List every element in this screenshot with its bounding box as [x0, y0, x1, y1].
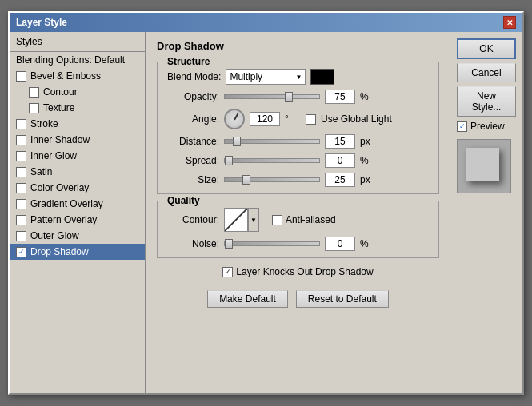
blend-mode-row: Blend Mode: Multiply ▼	[167, 69, 429, 85]
size-slider[interactable]	[224, 177, 320, 182]
gradient-overlay-label: Gradient Overlay	[30, 198, 103, 209]
spread-thumb[interactable]	[225, 156, 233, 165]
preview-thumbnail	[457, 139, 511, 193]
sidebar-item-satin[interactable]: Satin	[10, 164, 145, 180]
blend-mode-value: Multiply	[230, 71, 262, 82]
global-light-label: Use Global Light	[321, 113, 392, 125]
contour-label: Contour:	[167, 214, 219, 225]
angle-unit: °	[285, 113, 301, 125]
size-label: Size:	[167, 174, 219, 185]
sidebar-item-pattern-overlay[interactable]: Pattern Overlay	[10, 212, 145, 228]
size-thumb[interactable]	[242, 175, 250, 185]
quality-title: Quality	[164, 195, 203, 206]
noise-label: Noise:	[167, 238, 219, 249]
outer-glow-checkbox[interactable]	[16, 231, 26, 241]
color-overlay-label: Color Overlay	[30, 182, 89, 193]
preview-label: Preview	[470, 121, 505, 132]
ok-button[interactable]: OK	[457, 38, 516, 59]
drop-shadow-label: Drop Shadow	[30, 246, 89, 257]
noise-row: Noise: %	[167, 237, 429, 251]
size-input[interactable]	[325, 173, 355, 187]
opacity-slider[interactable]	[224, 94, 320, 99]
sidebar-item-color-overlay[interactable]: Color Overlay	[10, 180, 145, 196]
distance-slider[interactable]	[224, 139, 320, 144]
inner-glow-label: Inner Glow	[30, 150, 77, 161]
satin-checkbox[interactable]	[16, 167, 26, 177]
spread-slider[interactable]	[224, 158, 320, 163]
angle-label: Angle:	[167, 113, 219, 125]
sidebar-item-drop-shadow[interactable]: Drop Shadow	[10, 244, 145, 260]
global-light-checkbox[interactable]	[306, 114, 316, 125]
dialog-body: Styles Blending Options: Default Bevel &…	[10, 32, 522, 393]
pattern-overlay-checkbox[interactable]	[16, 215, 26, 225]
sidebar-item-stroke[interactable]: Stroke	[10, 116, 145, 132]
bevel-emboss-label: Bevel & Emboss	[30, 70, 101, 82]
blending-options-label: Blending Options: Default	[16, 54, 125, 66]
dialog-title: Layer Style	[16, 17, 67, 28]
outer-glow-label: Outer Glow	[30, 230, 79, 241]
make-default-button[interactable]: Make Default	[207, 290, 288, 308]
angle-dial[interactable]	[224, 109, 245, 129]
contour-preview[interactable]	[224, 208, 248, 232]
spread-input[interactable]	[325, 153, 355, 168]
stroke-checkbox[interactable]	[16, 119, 26, 129]
shadow-color-swatch[interactable]	[310, 69, 334, 85]
sidebar-item-outer-glow[interactable]: Outer Glow	[10, 228, 145, 244]
styles-header: Styles	[10, 32, 145, 52]
reset-default-button[interactable]: Reset to Default	[296, 290, 389, 308]
anti-alias-row: Anti-aliased	[272, 214, 336, 225]
preview-inner-box	[466, 148, 499, 181]
structure-title: Structure	[164, 56, 213, 67]
contour-checkbox[interactable]	[29, 87, 39, 98]
layer-knocks-checkbox[interactable]	[222, 267, 233, 277]
noise-thumb[interactable]	[225, 239, 233, 249]
color-overlay-checkbox[interactable]	[16, 183, 26, 193]
preview-row: Preview	[457, 121, 516, 132]
inner-glow-checkbox[interactable]	[16, 151, 26, 161]
noise-input[interactable]	[325, 237, 355, 251]
opacity-input[interactable]	[325, 90, 355, 104]
sidebar-item-bevel-emboss[interactable]: Bevel & Emboss	[10, 68, 145, 84]
sidebar-item-contour[interactable]: Contour	[10, 84, 145, 100]
blend-mode-select[interactable]: Multiply ▼	[226, 69, 306, 85]
left-panel: Styles Blending Options: Default Bevel &…	[10, 32, 146, 393]
close-button[interactable]: ✕	[503, 16, 516, 29]
sidebar-item-gradient-overlay[interactable]: Gradient Overlay	[10, 196, 145, 212]
opacity-unit: %	[360, 91, 376, 102]
bottom-buttons: Make Default Reset to Default	[157, 284, 439, 311]
opacity-label: Opacity:	[167, 91, 219, 102]
new-style-button[interactable]: New Style...	[457, 86, 516, 117]
texture-checkbox[interactable]	[29, 103, 39, 113]
opacity-thumb[interactable]	[285, 92, 293, 102]
texture-label: Texture	[43, 102, 74, 113]
noise-slider[interactable]	[224, 241, 320, 246]
cancel-button[interactable]: Cancel	[457, 63, 516, 82]
contour-label: Contour	[43, 86, 78, 98]
distance-thumb[interactable]	[233, 137, 241, 146]
noise-unit: %	[360, 238, 376, 249]
sidebar-item-blending-options[interactable]: Blending Options: Default	[10, 52, 145, 68]
size-row: Size: px	[167, 173, 429, 187]
layer-knocks-label: Layer Knocks Out Drop Shadow	[236, 266, 373, 277]
anti-aliased-checkbox[interactable]	[272, 215, 282, 225]
sidebar-item-inner-glow[interactable]: Inner Glow	[10, 148, 145, 164]
distance-unit: px	[360, 136, 376, 147]
preview-checkbox[interactable]	[457, 121, 467, 132]
angle-input[interactable]	[250, 112, 280, 126]
sidebar-item-inner-shadow[interactable]: Inner Shadow	[10, 132, 145, 148]
main-panel: Drop Shadow Structure Blend Mode: Multip…	[146, 32, 450, 393]
distance-input[interactable]	[325, 134, 355, 149]
svg-line-0	[225, 209, 247, 231]
sidebar-item-texture[interactable]: Texture	[10, 100, 145, 116]
spread-label: Spread:	[167, 155, 219, 166]
inner-shadow-checkbox[interactable]	[16, 135, 26, 145]
drop-shadow-checkbox[interactable]	[16, 247, 26, 257]
satin-label: Satin	[30, 166, 52, 177]
contour-dropdown-arrow-icon[interactable]: ▼	[248, 208, 259, 232]
gradient-overlay-checkbox[interactable]	[16, 199, 26, 209]
anti-aliased-label: Anti-aliased	[286, 214, 336, 225]
contour-row: Contour: ▼ Anti-aliased	[167, 208, 429, 232]
main-section-title: Drop Shadow	[157, 40, 439, 52]
layer-style-dialog: Layer Style ✕ Styles Blending Options: D…	[8, 11, 524, 395]
bevel-emboss-checkbox[interactable]	[16, 71, 26, 82]
